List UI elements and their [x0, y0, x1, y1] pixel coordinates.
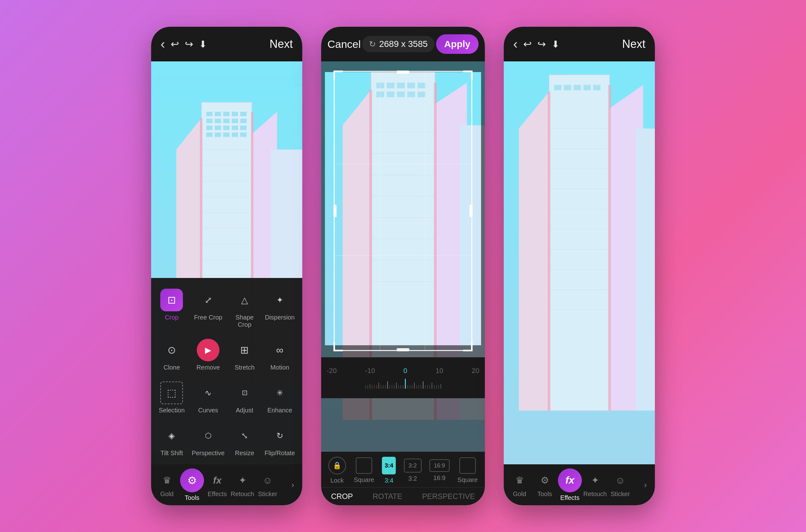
- next-button[interactable]: Next: [269, 37, 293, 51]
- tool-shape-crop[interactable]: △ Shape Crop: [229, 284, 260, 333]
- ratio-3-2-icon: 3:2: [404, 459, 421, 473]
- corner-bl[interactable]: [333, 342, 343, 351]
- tick: [418, 385, 419, 389]
- perspective-label: Perspective: [192, 450, 225, 457]
- tool-selection[interactable]: ⬚ Selection: [156, 377, 188, 418]
- nav-icons-3: ‹ ↩ ↪ ⬇: [513, 37, 560, 52]
- crop-border: [334, 71, 472, 351]
- corner-tr[interactable]: [463, 71, 473, 80]
- handle-bottom[interactable]: [397, 348, 409, 351]
- tool-enhance[interactable]: ✳ Enhance: [262, 377, 298, 418]
- tick: [429, 385, 430, 389]
- tool-curves[interactable]: ∿ Curves: [189, 377, 227, 418]
- tick: [378, 382, 379, 389]
- flip-rotate-label: Flip/Rotate: [264, 450, 295, 457]
- ratio-3-4-active[interactable]: 3:4 3:4: [382, 457, 396, 484]
- svg-rect-14: [223, 126, 229, 130]
- corner-tl[interactable]: [333, 71, 343, 80]
- svg-rect-13: [215, 126, 221, 130]
- tab-gold-1[interactable]: ♛ Gold: [154, 472, 180, 498]
- svg-rect-11: [240, 119, 246, 123]
- tab-sticker-3[interactable]: ☺ Sticker: [608, 472, 633, 498]
- tab-rotate[interactable]: ROTATE: [367, 490, 409, 504]
- tools-icon-3: ⚙: [537, 472, 553, 489]
- rotate-scale: -20 -10 0 10 20: [321, 357, 485, 398]
- tool-flip-rotate[interactable]: ↻ Flip/Rotate: [262, 420, 298, 461]
- tab-gold-3[interactable]: ♛ Gold: [507, 472, 532, 498]
- tool-free-crop[interactable]: ⤢ Free Crop: [189, 284, 227, 333]
- svg-rect-81: [564, 85, 571, 90]
- resize-label: Resize: [235, 450, 254, 457]
- tool-crop[interactable]: ⊡ Crop: [156, 284, 188, 333]
- back-icon-3[interactable]: ‹: [513, 37, 518, 52]
- tab-tools-3[interactable]: ⚙ Tools: [532, 472, 557, 498]
- tab-effects-3[interactable]: fx Effects: [557, 469, 582, 501]
- corner-br[interactable]: [463, 342, 473, 351]
- tick-marks: [365, 378, 441, 389]
- tool-clone[interactable]: ⊙ Clone: [156, 334, 188, 376]
- download-icon-3[interactable]: ⬇: [551, 39, 560, 50]
- ratio-16-9[interactable]: 16:9 16:9: [429, 459, 450, 482]
- tool-resize[interactable]: ⤡ Resize: [229, 420, 260, 461]
- tick: [392, 385, 392, 389]
- tab-tools-1[interactable]: ⚙ Tools: [180, 469, 205, 501]
- remove-label: Remove: [196, 364, 220, 371]
- dispersion-icon: ✦: [268, 289, 291, 311]
- handle-right[interactable]: [469, 205, 473, 217]
- rotate-10: 10: [435, 367, 443, 375]
- download-icon[interactable]: ⬇: [199, 39, 207, 50]
- tick-active: [405, 379, 406, 389]
- tab-retouch-3[interactable]: ✦ Retouch: [582, 472, 608, 498]
- redo-icon[interactable]: ↪: [185, 38, 193, 50]
- tab-perspective[interactable]: PERSPECTIVE: [416, 490, 481, 504]
- sticker-icon-3: ☺: [612, 472, 629, 489]
- redo-icon-3[interactable]: ↪: [538, 38, 546, 50]
- motion-label: Motion: [270, 364, 289, 371]
- next-button-3[interactable]: Next: [622, 37, 645, 51]
- ratio-square1[interactable]: Square: [354, 457, 374, 483]
- svg-rect-6: [240, 112, 246, 116]
- tick: [372, 385, 373, 389]
- handle-top[interactable]: [397, 71, 409, 74]
- tool-remove[interactable]: ▶ Remove: [189, 334, 227, 376]
- tick: [368, 385, 368, 389]
- undo-icon[interactable]: ↩: [171, 38, 179, 50]
- flip-rotate-icon: ↻: [268, 424, 291, 447]
- tab-effects-1[interactable]: fx Effects: [205, 472, 230, 498]
- tab-sticker-1[interactable]: ☺ Sticker: [255, 472, 280, 498]
- tab-more-1[interactable]: ›: [280, 477, 302, 493]
- svg-rect-19: [223, 133, 229, 137]
- adjust-label: Adjust: [236, 407, 254, 414]
- svg-rect-3: [215, 112, 221, 116]
- ratio-square2[interactable]: Square: [457, 457, 478, 483]
- back-icon[interactable]: ‹: [161, 37, 165, 52]
- apply-button[interactable]: Apply: [436, 34, 479, 54]
- svg-rect-7: [206, 119, 212, 123]
- ratio-3-2[interactable]: 3:2 3:2: [404, 459, 421, 482]
- tab-more-3[interactable]: ›: [633, 477, 655, 493]
- tick: [374, 385, 375, 389]
- ratio-3-2-label: 3:2: [408, 475, 417, 482]
- tick: [412, 385, 412, 389]
- curves-label: Curves: [198, 407, 218, 414]
- tool-perspective[interactable]: ⬡ Perspective: [189, 420, 227, 461]
- svg-rect-21: [240, 133, 246, 137]
- tool-stretch[interactable]: ⊞ Stretch: [229, 334, 260, 376]
- tick: [407, 385, 408, 389]
- handle-left[interactable]: [333, 205, 337, 217]
- tool-tilt-shift[interactable]: ◈ Tilt Shift: [156, 420, 188, 461]
- tool-adjust[interactable]: ⊡ Adjust: [229, 377, 260, 418]
- undo-icon-3[interactable]: ↩: [523, 38, 532, 50]
- tick: [376, 385, 377, 389]
- svg-rect-20: [232, 133, 238, 137]
- effects-icon-1: fx: [209, 472, 225, 489]
- tab-retouch-1[interactable]: ✦ Retouch: [230, 472, 255, 498]
- ratio-lock[interactable]: 🔒 Lock: [329, 457, 346, 484]
- tool-motion[interactable]: ∞ Motion: [262, 334, 298, 376]
- cancel-button[interactable]: Cancel: [327, 38, 361, 50]
- tab-crop[interactable]: CROP: [324, 490, 359, 504]
- tool-dispersion[interactable]: ✦ Dispersion: [262, 284, 298, 333]
- sticker-icon-1: ☺: [259, 472, 276, 489]
- effects-label-1: Effects: [208, 491, 227, 498]
- section-tabs: CROP ROTATE PERSPECTIVE: [321, 487, 485, 505]
